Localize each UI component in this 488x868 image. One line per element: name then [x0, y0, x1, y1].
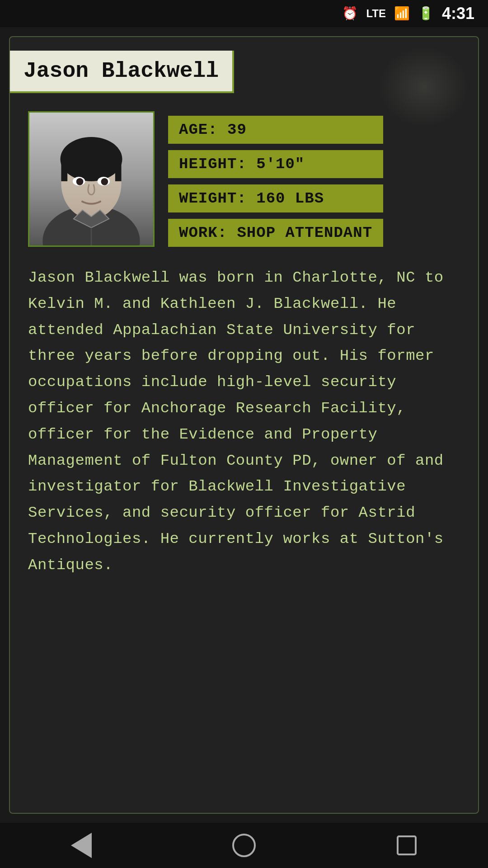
- profile-section: AGE: 39 HEIGHT: 5'10" WEIGHT: 160 LBS WO…: [10, 93, 478, 256]
- recent-icon: [397, 835, 417, 855]
- photo-placeholder: [29, 113, 153, 245]
- stat-age: AGE: 39: [168, 116, 383, 144]
- stat-work: WORK: SHOP ATTENDANT: [168, 219, 383, 247]
- bio-text: Jason Blackwell was born in Charlotte, N…: [28, 265, 460, 579]
- nav-bar: [0, 823, 488, 868]
- stat-height: HEIGHT: 5'10": [168, 150, 383, 178]
- home-icon: [232, 834, 256, 857]
- svg-rect-5: [61, 159, 67, 181]
- home-button[interactable]: [228, 830, 260, 861]
- lte-icon: LTE: [366, 7, 386, 20]
- stats-panel: AGE: 39 HEIGHT: 5'10" WEIGHT: 160 LBS WO…: [168, 111, 383, 247]
- person-name: Jason Blackwell: [10, 51, 234, 93]
- svg-point-10: [101, 178, 108, 185]
- back-icon: [71, 833, 92, 858]
- recent-apps-button[interactable]: [391, 830, 422, 861]
- back-button[interactable]: [66, 830, 97, 861]
- person-illustration: [29, 111, 153, 247]
- svg-point-4: [61, 137, 122, 181]
- battery-icon: 🔋: [418, 6, 434, 21]
- profile-card: Jason Blackwell: [9, 36, 479, 814]
- clock-icon: ⏰: [342, 6, 358, 21]
- profile-photo: [28, 111, 155, 247]
- svg-point-9: [76, 178, 84, 185]
- bio-section: Jason Blackwell was born in Charlotte, N…: [10, 256, 478, 588]
- status-time: 4:31: [442, 4, 474, 23]
- signal-icon: 📶: [394, 6, 410, 21]
- svg-rect-6: [115, 159, 122, 181]
- status-bar: ⏰ LTE 📶 🔋 4:31: [0, 0, 488, 27]
- stat-weight: WEIGHT: 160 LBS: [168, 184, 383, 212]
